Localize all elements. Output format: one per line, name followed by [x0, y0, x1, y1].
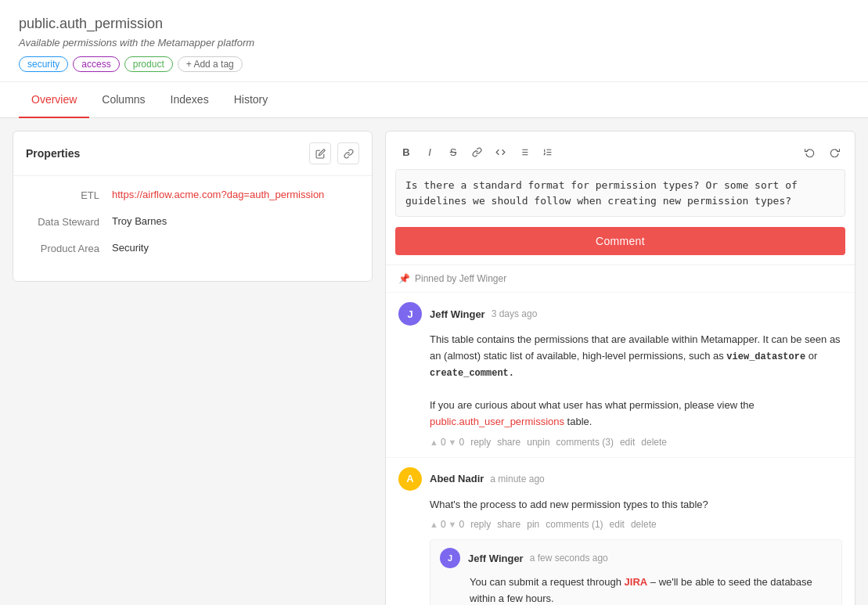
comment-time-1: 3 days ago	[492, 308, 538, 319]
prop-row-steward: Data Steward Troy Barnes	[26, 215, 359, 228]
link-button[interactable]	[466, 141, 488, 163]
comment-header-2: A Abed Nadir a minute ago	[398, 467, 842, 491]
share-link-2[interactable]: share	[497, 519, 520, 530]
etl-link[interactable]: https://airflow.acme.com?dag=auth_permis…	[112, 189, 324, 200]
properties-body: ETL https://airflow.acme.com?dag=auth_pe…	[13, 176, 372, 281]
comment-actions-1: ▲ 0 ▼ 0 reply share unpin comments (3) e…	[430, 437, 842, 448]
delete-link-1[interactable]: delete	[641, 437, 667, 448]
left-panel: Properties	[13, 131, 373, 605]
properties-actions	[309, 142, 359, 164]
tags-row: security access product + Add a tag	[19, 56, 849, 72]
avatar-jeff-1: J	[398, 302, 422, 326]
editor-toolbar: B I S	[395, 141, 845, 163]
edit-link-1[interactable]: edit	[620, 437, 635, 448]
properties-edit-button[interactable]	[309, 142, 331, 164]
tab-overview[interactable]: Overview	[19, 82, 89, 118]
nested-comment-header: J Jeff Winger a few seconds ago	[440, 548, 832, 568]
bold-button[interactable]: B	[395, 141, 417, 163]
prop-label-etl: ETL	[26, 189, 112, 201]
properties-title: Properties	[26, 147, 80, 160]
avatar-jeff-reply: J	[440, 548, 460, 568]
comment-item-1: J Jeff Winger 3 days ago This table cont…	[386, 293, 855, 458]
comment-header-1: J Jeff Winger 3 days ago	[398, 302, 842, 326]
code-button[interactable]	[489, 141, 511, 163]
italic-button[interactable]: I	[419, 141, 441, 163]
list-bullet-button[interactable]	[513, 141, 535, 163]
main-content: Properties	[0, 118, 868, 605]
tab-history[interactable]: History	[222, 82, 281, 118]
tag-security[interactable]: security	[19, 56, 68, 72]
comments-link-2[interactable]: comments (1)	[546, 519, 603, 530]
undo-button[interactable]	[798, 141, 820, 163]
reply-link-2[interactable]: reply	[470, 519, 491, 530]
reply-link-1[interactable]: reply	[470, 437, 491, 448]
toolbar-left: B I S	[395, 141, 558, 163]
tab-indexes[interactable]: Indexes	[158, 82, 222, 118]
comment-item-2: A Abed Nadir a minute ago What's the pro…	[386, 458, 855, 605]
upvote-2[interactable]: ▲	[430, 520, 438, 529]
prop-label-product-area: Product Area	[26, 242, 112, 254]
comment-meta-1: Jeff Winger 3 days ago	[430, 308, 537, 320]
page-title: public.auth_permission	[19, 16, 849, 32]
comment-time-2: a minute ago	[490, 474, 544, 484]
nested-comment-time: a few seconds ago	[530, 553, 608, 564]
comment-author-1: Jeff Winger	[430, 308, 485, 320]
strikethrough-button[interactable]: S	[442, 141, 464, 163]
nested-comment-meta: Jeff Winger a few seconds ago	[468, 553, 608, 564]
prop-label-steward: Data Steward	[26, 215, 112, 228]
vote-group-1: ▲ 0 ▼ 0	[430, 437, 464, 448]
upvote-count-1: 0	[441, 437, 446, 448]
comment-body-2: What's the process to add new permission…	[430, 497, 842, 513]
jira-link[interactable]: JIRA	[625, 576, 648, 588]
toolbar-right	[798, 141, 845, 163]
nested-comment-body: You can submit a request through JIRA – …	[470, 574, 832, 605]
tab-columns[interactable]: Columns	[89, 82, 157, 118]
properties-link-button[interactable]	[337, 142, 359, 164]
downvote-count-1: 0	[459, 437, 464, 448]
avatar-abed: A	[398, 467, 422, 491]
comment-submit-button[interactable]: Comment	[395, 227, 845, 255]
tag-product[interactable]: product	[124, 56, 173, 72]
page-subtitle: Available permissions with the Metamappe…	[19, 37, 849, 49]
upvote-1[interactable]: ▲	[430, 438, 438, 447]
downvote-1[interactable]: ▼	[448, 438, 457, 447]
pin-icon: 📌	[398, 273, 410, 284]
share-link-1[interactable]: share	[497, 437, 520, 448]
prop-row-product-area: Product Area Security	[26, 242, 359, 254]
comment-link-1[interactable]: public.auth_user_permissions	[430, 416, 564, 427]
comment-author-2: Abed Nadir	[430, 473, 484, 484]
nested-comment-author: Jeff Winger	[468, 553, 524, 564]
pinned-text: Pinned by Jeff Winger	[415, 273, 506, 284]
comment-editor: B I S	[386, 131, 855, 265]
prop-value-etl: https://airflow.acme.com?dag=auth_permis…	[112, 189, 324, 200]
prop-value-product-area: Security	[112, 242, 149, 254]
comments-link-1[interactable]: comments (3)	[556, 437, 614, 448]
downvote-2[interactable]: ▼	[448, 520, 457, 529]
comments-section: 📌 Pinned by Jeff Winger J Jeff Winger 3 …	[386, 265, 855, 605]
properties-header: Properties	[13, 131, 372, 176]
comment-actions-2: ▲ 0 ▼ 0 reply share pin comments (1) edi…	[430, 519, 842, 530]
title-prefix: public.	[19, 16, 59, 31]
delete-link-2[interactable]: delete	[631, 519, 657, 530]
unpin-link-1[interactable]: unpin	[527, 437, 549, 448]
pinned-label: 📌 Pinned by Jeff Winger	[386, 265, 855, 293]
page-header: public.auth_permission Available permiss…	[0, 0, 868, 82]
tab-bar: Overview Columns Indexes History	[0, 82, 868, 118]
title-main: auth_permission	[59, 16, 163, 31]
tag-add[interactable]: + Add a tag	[178, 56, 243, 72]
nested-comment-1: J Jeff Winger a few seconds ago You can …	[430, 539, 842, 605]
comment-body-1: This table contains the permissions that…	[430, 332, 842, 430]
downvote-count-2: 0	[459, 519, 464, 530]
edit-link-2[interactable]: edit	[610, 519, 625, 530]
list-number-button[interactable]	[536, 141, 558, 163]
vote-group-2: ▲ 0 ▼ 0	[430, 519, 464, 530]
upvote-count-2: 0	[441, 519, 446, 530]
properties-card: Properties	[13, 131, 373, 282]
prop-value-steward: Troy Barnes	[112, 215, 167, 227]
comment-meta-2: Abed Nadir a minute ago	[430, 473, 545, 484]
prop-row-etl: ETL https://airflow.acme.com?dag=auth_pe…	[26, 189, 359, 201]
comment-textarea[interactable]	[395, 169, 845, 217]
tag-access[interactable]: access	[73, 56, 119, 72]
redo-button[interactable]	[823, 141, 845, 163]
pin-link-2[interactable]: pin	[527, 519, 539, 530]
